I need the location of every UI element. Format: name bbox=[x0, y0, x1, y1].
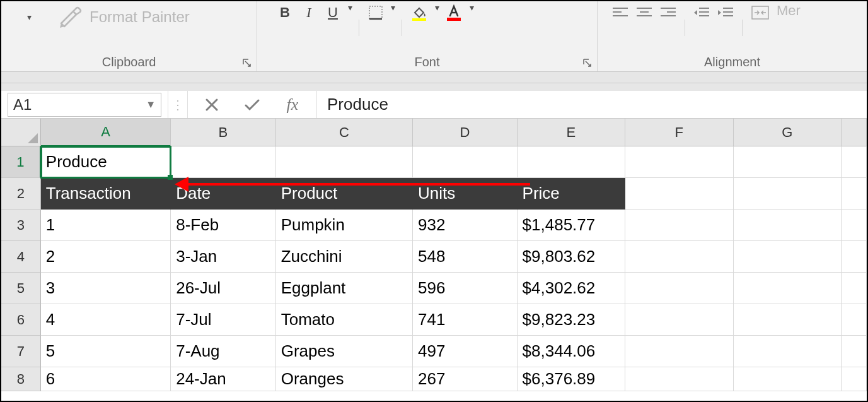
cell-A5[interactable]: 3 bbox=[41, 273, 171, 304]
cell-E6[interactable]: $9,823.23 bbox=[518, 304, 626, 336]
cell-H7[interactable] bbox=[842, 336, 867, 367]
cell-D7[interactable]: 497 bbox=[413, 336, 518, 367]
cell-D5[interactable]: 596 bbox=[413, 273, 518, 304]
align-right-button[interactable] bbox=[658, 3, 678, 23]
clipboard-dialog-launcher[interactable] bbox=[241, 57, 253, 69]
col-header-B[interactable]: B bbox=[171, 119, 276, 146]
insert-function-button[interactable]: fx bbox=[272, 91, 313, 118]
row-header-7[interactable]: 7 bbox=[1, 336, 41, 367]
fill-color-button[interactable] bbox=[408, 3, 430, 23]
format-painter-button[interactable]: Format Painter bbox=[54, 3, 194, 32]
fill-dropdown-icon[interactable]: ▾ bbox=[434, 3, 439, 13]
cell-B8[interactable]: 24-Jan bbox=[171, 367, 276, 391]
formula-input[interactable]: Produce bbox=[317, 91, 867, 118]
row-header-2[interactable]: 2 bbox=[1, 178, 41, 210]
cell-H6[interactable] bbox=[842, 304, 867, 336]
cell-G2[interactable] bbox=[734, 178, 842, 210]
cell-A8[interactable]: 6 bbox=[41, 367, 171, 391]
cell-F5[interactable] bbox=[625, 273, 734, 304]
cell-F3[interactable] bbox=[625, 210, 734, 241]
row-header-5[interactable]: 5 bbox=[1, 273, 41, 304]
cell-H3[interactable] bbox=[842, 210, 867, 241]
cell-A4[interactable]: 2 bbox=[41, 241, 171, 273]
borders-dropdown-icon[interactable]: ▾ bbox=[390, 3, 395, 13]
col-header-A[interactable]: A bbox=[41, 119, 171, 146]
borders-button[interactable] bbox=[366, 3, 386, 23]
cell-E8[interactable]: $6,376.89 bbox=[518, 367, 626, 391]
cell-H2[interactable] bbox=[842, 178, 867, 210]
col-header-E[interactable]: E bbox=[518, 119, 626, 146]
cell-D3[interactable]: 932 bbox=[413, 210, 518, 241]
row-header-4[interactable]: 4 bbox=[1, 241, 41, 273]
cell-D6[interactable]: 741 bbox=[413, 304, 518, 336]
cell-G8[interactable] bbox=[734, 367, 842, 391]
col-header-C[interactable]: C bbox=[276, 119, 413, 146]
cell-H4[interactable] bbox=[842, 241, 867, 273]
cell-F2[interactable] bbox=[625, 178, 734, 210]
cell-G6[interactable] bbox=[734, 304, 842, 336]
select-all-corner[interactable] bbox=[1, 119, 41, 146]
row-header-3[interactable]: 3 bbox=[1, 210, 41, 241]
cell-A3[interactable]: 1 bbox=[41, 210, 171, 241]
cell-C5[interactable]: Eggplant bbox=[276, 273, 413, 304]
paste-dropdown-icon[interactable]: ▾ bbox=[26, 12, 32, 22]
cell-B6[interactable]: 7-Jul bbox=[171, 304, 276, 336]
cell-F1[interactable] bbox=[625, 146, 734, 178]
cancel-edit-button[interactable] bbox=[192, 91, 232, 118]
cell-G7[interactable] bbox=[734, 336, 842, 367]
cell-E7[interactable]: $8,344.06 bbox=[518, 336, 626, 367]
col-header-H[interactable] bbox=[842, 119, 867, 146]
cell-B7[interactable]: 7-Aug bbox=[171, 336, 276, 367]
cell-F4[interactable] bbox=[625, 241, 734, 273]
cell-D4[interactable]: 548 bbox=[413, 241, 518, 273]
font-color-button[interactable] bbox=[443, 3, 465, 23]
italic-button[interactable]: I bbox=[299, 3, 319, 23]
font-color-dropdown-icon[interactable]: ▾ bbox=[468, 3, 474, 13]
cell-E1[interactable] bbox=[518, 146, 626, 178]
cell-C1[interactable] bbox=[276, 146, 413, 178]
cell-G5[interactable] bbox=[734, 273, 842, 304]
cell-E3[interactable]: $1,485.77 bbox=[518, 210, 626, 241]
cell-C3[interactable]: Pumpkin bbox=[276, 210, 413, 241]
cell-H1[interactable] bbox=[842, 146, 867, 178]
cell-B3[interactable]: 8-Feb bbox=[171, 210, 276, 241]
font-dialog-launcher[interactable] bbox=[582, 57, 593, 69]
row-header-8[interactable]: 8 bbox=[1, 367, 41, 391]
underline-button[interactable]: U bbox=[323, 3, 343, 23]
cell-A7[interactable]: 5 bbox=[41, 336, 171, 367]
decrease-indent-button[interactable] bbox=[692, 3, 712, 23]
cell-E4[interactable]: $9,803.62 bbox=[518, 241, 626, 273]
row-header-6[interactable]: 6 bbox=[1, 304, 41, 336]
col-header-F[interactable]: F bbox=[625, 119, 734, 146]
confirm-edit-button[interactable] bbox=[232, 91, 272, 118]
cell-A1[interactable]: Produce bbox=[41, 146, 171, 178]
cell-D8[interactable]: 267 bbox=[413, 367, 518, 391]
cell-G3[interactable] bbox=[734, 210, 842, 241]
cell-F6[interactable] bbox=[625, 304, 734, 336]
cell-B1[interactable] bbox=[171, 146, 276, 178]
cell-H8[interactable] bbox=[842, 367, 867, 391]
cell-F8[interactable] bbox=[625, 367, 734, 391]
cell-G4[interactable] bbox=[734, 241, 842, 273]
cell-H5[interactable] bbox=[842, 273, 867, 304]
resize-handle-icon[interactable]: ⋮ bbox=[168, 91, 187, 118]
cell-C7[interactable]: Grapes bbox=[276, 336, 413, 367]
align-left-button[interactable] bbox=[610, 3, 630, 23]
cell-B5[interactable]: 26-Jul bbox=[171, 273, 276, 304]
cell-C6[interactable]: Tomato bbox=[276, 304, 413, 336]
cell-C4[interactable]: Zucchini bbox=[276, 241, 413, 273]
align-center-button[interactable] bbox=[634, 3, 654, 23]
cell-A2[interactable]: Transaction bbox=[41, 178, 171, 210]
underline-dropdown-icon[interactable]: ▾ bbox=[347, 3, 352, 13]
row-header-1[interactable]: 1 bbox=[1, 146, 41, 178]
cell-D1[interactable] bbox=[413, 146, 518, 178]
cell-F7[interactable] bbox=[625, 336, 734, 367]
cell-B4[interactable]: 3-Jan bbox=[171, 241, 276, 273]
name-box-dropdown-icon[interactable]: ▼ bbox=[146, 99, 156, 110]
merge-button[interactable] bbox=[749, 3, 769, 23]
cell-C8[interactable]: Oranges bbox=[276, 367, 413, 391]
cell-E2[interactable]: Price bbox=[518, 178, 626, 210]
cell-E5[interactable]: $4,302.62 bbox=[518, 273, 626, 304]
name-box[interactable]: A1 ▼ bbox=[8, 93, 161, 117]
col-header-D[interactable]: D bbox=[413, 119, 518, 146]
